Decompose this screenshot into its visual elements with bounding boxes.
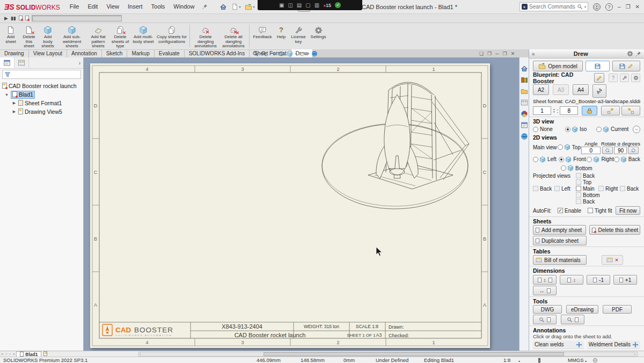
radio-2d-left[interactable]: Left	[533, 156, 559, 163]
globe-icon[interactable]	[592, 358, 598, 363]
angle-input[interactable]	[581, 147, 601, 154]
edit-blueprint-button[interactable]	[594, 73, 604, 83]
menu-window[interactable]: Window	[169, 0, 199, 13]
tab-drawing[interactable]: Drawing	[0, 49, 29, 57]
check-autofit-enable[interactable]: ✓Enable	[558, 208, 588, 214]
settings-button[interactable]: Settings	[309, 24, 328, 40]
traffic-light-icon[interactable]	[537, 358, 542, 363]
tab-markup[interactable]: Markup	[127, 49, 154, 57]
dimension-both-button[interactable]: ↕	[533, 275, 557, 285]
lock-scale-button[interactable]	[582, 106, 597, 115]
close-icon[interactable]: ✕	[635, 4, 640, 10]
cascade-icon[interactable]: ❏	[479, 51, 484, 56]
annotation-weldment-details[interactable]: Weldment Details	[587, 340, 640, 349]
tab-view-layout[interactable]: View Layout	[29, 49, 67, 57]
scale-denominator-input[interactable]	[560, 106, 578, 115]
recorder-ok-icon[interactable]: ✓	[335, 2, 341, 8]
tab-annotation[interactable]: Annotation	[67, 49, 102, 57]
blueprint-wrench-button[interactable]	[620, 74, 629, 82]
check-projected-back-right[interactable]: Back	[620, 186, 639, 192]
gear-icon[interactable]	[627, 50, 633, 57]
first-sheet-icon[interactable]: «	[1, 352, 3, 357]
drawing-view-rocket-launch[interactable]	[322, 82, 469, 209]
tree-item-sheet-format[interactable]: ▶ Sheet Format1	[0, 99, 83, 107]
license-key-button[interactable]: License key	[289, 24, 308, 44]
view-palette-icon[interactable]	[521, 99, 528, 106]
chevron-up-icon[interactable]: ▴	[518, 358, 520, 363]
chevron-down-icon[interactable]: ▾	[584, 5, 586, 9]
add-empty-sheet-button[interactable]: Add empty sheet	[533, 225, 586, 235]
duplicate-sheet-button[interactable]: Duplicate sheet	[533, 236, 587, 245]
feedback-button[interactable]: Feedback	[252, 24, 273, 40]
record-stop-icon[interactable]	[25, 16, 29, 21]
play-icon[interactable]: ▶	[4, 16, 8, 21]
size-a3-button[interactable]: A3	[553, 84, 569, 95]
help-button[interactable]: ? Help	[274, 24, 288, 40]
home-icon[interactable]	[521, 65, 528, 72]
delete-this-sheet-button[interactable]: ✕ Delete this sheet	[20, 24, 38, 49]
scale-up-button[interactable]	[621, 106, 640, 115]
menu-tools[interactable]: Tools	[147, 0, 170, 13]
forum-icon[interactable]	[521, 133, 528, 140]
check-projected-right[interactable]: Right	[598, 186, 620, 192]
delete-this-sheet-button[interactable]: Delete this sheet	[589, 225, 640, 235]
menu-file[interactable]: File	[65, 0, 84, 13]
edrawing-export-button[interactable]: eDrawing	[566, 305, 598, 314]
check-projected-back-left[interactable]: Back	[533, 186, 554, 192]
radio-2d-right[interactable]: Right	[587, 156, 613, 163]
dimension-ordinate-button[interactable]: ↔	[533, 286, 557, 295]
delete-dangling-annotations-button[interactable]: Delete dangling annotations	[192, 24, 219, 49]
drawing-sheet[interactable]: 4321 4321 DCBA DCBA	[90, 63, 490, 348]
record-icon[interactable]	[19, 16, 23, 21]
add-body-sheets-button[interactable]: Add body sheets	[39, 24, 56, 49]
unit-system[interactable]: MMGS	[568, 357, 584, 363]
tab-solidworks-add-ins[interactable]: SOLIDWORKS Add-Ins	[185, 49, 250, 57]
horizontal-scrollbar[interactable]: ‹ ›	[138, 352, 638, 357]
delete-all-dangling-annotations-button[interactable]: ✕ Delete all dangling annotations	[220, 24, 247, 49]
delete-sheets-of-type-button[interactable]: ✕ Delete sheets of type	[110, 24, 130, 49]
new-document-button[interactable]: ▾	[230, 2, 241, 11]
recorder-camera-icon[interactable]: ◫	[288, 2, 292, 8]
next-sheet-icon[interactable]: ›	[9, 352, 11, 357]
chevron-down-icon[interactable]: ▾	[295, 52, 297, 55]
size-a4-portrait-button[interactable]: A4	[592, 84, 606, 98]
pin-icon[interactable]	[635, 51, 641, 57]
file-explorer-icon[interactable]	[521, 88, 528, 95]
rotate-ccw-button[interactable]	[628, 147, 639, 154]
pause-icon[interactable]: ▮▮	[11, 16, 16, 21]
check-all-drawings-button[interactable]	[561, 315, 584, 324]
bill-of-materials-button[interactable]: Bill of materials	[533, 255, 587, 265]
move-icon[interactable]	[632, 342, 639, 348]
save-edit-button[interactable]	[612, 61, 640, 71]
radio-3d-none[interactable]: None	[533, 126, 565, 132]
tile-icon[interactable]: ❐	[487, 51, 492, 56]
dwg-export-button[interactable]: DWG	[533, 305, 562, 314]
tree-root-item[interactable]: CAD Booster rocket launch	[0, 82, 83, 90]
recorder-display-icon[interactable]: ▣	[279, 2, 284, 8]
menu-view[interactable]: View	[102, 0, 123, 13]
open-button[interactable]: ▾	[244, 2, 255, 12]
caret-collapsed-icon[interactable]: ▶	[12, 101, 17, 105]
restore-icon[interactable]: ❐	[503, 51, 507, 56]
check-projected-back-top2[interactable]: Back	[576, 173, 595, 179]
blueprint-help-button[interactable]: ?	[609, 74, 618, 82]
chevron-up-icon[interactable]: ▴	[585, 358, 587, 363]
check-projected-main[interactable]: Main	[576, 186, 598, 192]
design-library-icon[interactable]	[521, 76, 528, 84]
chevron-down-icon[interactable]	[633, 126, 640, 133]
pdf-export-button[interactable]: PDF	[603, 305, 632, 314]
user-icon[interactable]	[593, 3, 601, 11]
close-icon[interactable]: ✕	[511, 51, 515, 56]
chevron-down-icon[interactable]: ▾	[253, 5, 254, 9]
rotate-cw-button[interactable]	[602, 147, 613, 154]
radio-2d-back[interactable]: Back	[614, 156, 640, 163]
spinner-icon[interactable]: ▴▾	[553, 108, 555, 113]
add-sheet-button[interactable]: Add sheet	[3, 24, 19, 44]
add-sub-weldment-sheets-button[interactable]: Add sub-weldment sheets	[57, 24, 86, 49]
radio-2d-top[interactable]: Top	[558, 141, 581, 150]
scroll-left-icon[interactable]: ‹	[140, 352, 141, 357]
fit-now-button[interactable]: Fit now	[616, 206, 640, 215]
check-projected-back-bottom[interactable]: Back	[576, 199, 595, 205]
custom-properties-icon[interactable]	[521, 121, 528, 129]
add-sheet-tab-icon[interactable]	[43, 351, 47, 357]
